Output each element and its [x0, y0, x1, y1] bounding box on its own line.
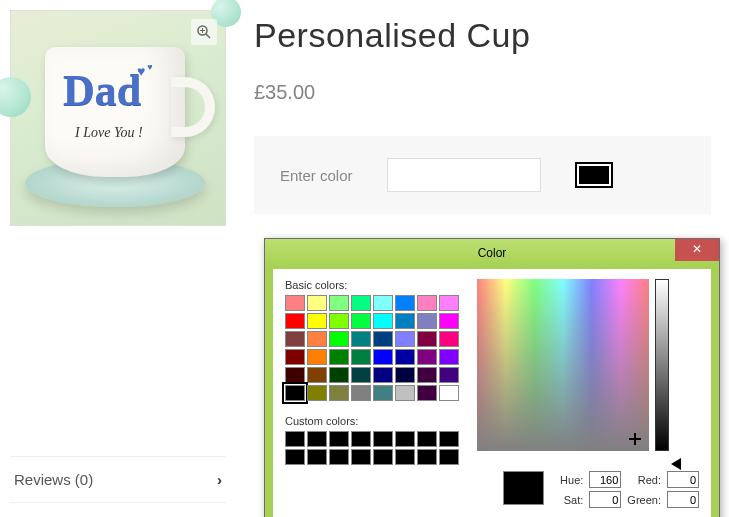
- basic-swatch[interactable]: [439, 385, 459, 401]
- basic-swatch[interactable]: [395, 349, 415, 365]
- basic-swatch[interactable]: [417, 367, 437, 383]
- luminance-arrow-icon: [671, 458, 681, 470]
- red-field[interactable]: [667, 471, 699, 488]
- luminance-slider[interactable]: [655, 279, 669, 451]
- custom-colors-label: Custom colors:: [285, 415, 459, 427]
- decor-ball: [0, 77, 31, 117]
- mug-subtext: I Love You !: [75, 125, 143, 141]
- basic-swatch[interactable]: [307, 295, 327, 311]
- custom-swatch[interactable]: [285, 431, 305, 447]
- basic-colors-grid: [285, 295, 459, 401]
- heart-icon: ♥♥: [137, 63, 151, 79]
- chevron-right-icon: ›: [217, 471, 222, 488]
- basic-swatch[interactable]: [439, 349, 459, 365]
- basic-swatch[interactable]: [329, 313, 349, 329]
- basic-swatch[interactable]: [307, 349, 327, 365]
- basic-swatch[interactable]: [329, 385, 349, 401]
- basic-swatch[interactable]: [307, 367, 327, 383]
- basic-swatch[interactable]: [285, 349, 305, 365]
- basic-colors-label: Basic colors:: [285, 279, 459, 291]
- custom-swatch[interactable]: [395, 449, 415, 465]
- custom-swatch[interactable]: [329, 431, 349, 447]
- crosshair-icon: [629, 433, 641, 445]
- basic-swatch[interactable]: [285, 367, 305, 383]
- basic-swatch[interactable]: [351, 367, 371, 383]
- basic-swatch[interactable]: [307, 313, 327, 329]
- color-input[interactable]: [387, 158, 541, 192]
- basic-swatch[interactable]: [417, 385, 437, 401]
- color-picker-button[interactable]: [575, 162, 613, 188]
- basic-swatch[interactable]: [395, 331, 415, 347]
- basic-swatch[interactable]: [395, 295, 415, 311]
- basic-swatch[interactable]: [373, 349, 393, 365]
- basic-swatch[interactable]: [329, 349, 349, 365]
- hue-sat-gradient[interactable]: [477, 279, 649, 451]
- basic-swatch[interactable]: [395, 367, 415, 383]
- custom-swatch[interactable]: [307, 449, 327, 465]
- basic-swatch[interactable]: [351, 349, 371, 365]
- basic-swatch[interactable]: [439, 367, 459, 383]
- basic-swatch[interactable]: [285, 295, 305, 311]
- custom-swatch[interactable]: [417, 449, 437, 465]
- color-field-row: Enter color: [254, 136, 711, 214]
- dialog-titlebar[interactable]: Color ✕: [265, 239, 719, 267]
- basic-swatch[interactable]: [417, 295, 437, 311]
- sat-label: Sat:: [560, 494, 583, 506]
- close-button[interactable]: ✕: [675, 239, 719, 261]
- tab-reviews[interactable]: Reviews (0) ›: [10, 456, 226, 503]
- basic-swatch[interactable]: [329, 367, 349, 383]
- dialog-title: Color: [478, 246, 507, 260]
- basic-swatch[interactable]: [417, 331, 437, 347]
- basic-swatch[interactable]: [417, 313, 437, 329]
- basic-swatch[interactable]: [285, 331, 305, 347]
- basic-swatch[interactable]: [373, 331, 393, 347]
- basic-swatch[interactable]: [307, 385, 327, 401]
- basic-swatch[interactable]: [395, 385, 415, 401]
- custom-swatch[interactable]: [395, 431, 415, 447]
- page-title: Personalised Cup: [254, 16, 711, 55]
- green-field[interactable]: [667, 491, 699, 508]
- custom-swatch[interactable]: [285, 449, 305, 465]
- basic-swatch[interactable]: [285, 313, 305, 329]
- basic-swatch[interactable]: [439, 313, 459, 329]
- basic-swatch[interactable]: [439, 331, 459, 347]
- basic-swatch[interactable]: [329, 331, 349, 347]
- custom-swatch[interactable]: [439, 431, 459, 447]
- hue-label: Hue:: [560, 474, 583, 486]
- color-dialog: Color ✕ Basic colors: Custom colors:: [264, 238, 720, 517]
- field-label: Enter color: [280, 167, 353, 184]
- hue-field[interactable]: [589, 471, 621, 488]
- custom-swatch[interactable]: [439, 449, 459, 465]
- custom-swatch[interactable]: [373, 449, 393, 465]
- custom-swatch[interactable]: [351, 449, 371, 465]
- sat-field[interactable]: [589, 491, 621, 508]
- mug: Dad ♥♥ I Love You !: [45, 47, 185, 177]
- green-label: Green:: [627, 494, 661, 506]
- basic-swatch[interactable]: [285, 385, 305, 401]
- custom-swatch[interactable]: [329, 449, 349, 465]
- basic-swatch[interactable]: [307, 331, 327, 347]
- basic-swatch[interactable]: [373, 313, 393, 329]
- zoom-icon[interactable]: [191, 19, 217, 45]
- basic-swatch[interactable]: [351, 313, 371, 329]
- basic-swatch[interactable]: [417, 349, 437, 365]
- mug-text: Dad: [63, 73, 141, 108]
- red-label: Red:: [627, 474, 661, 486]
- basic-swatch[interactable]: [373, 385, 393, 401]
- custom-colors-grid: [285, 431, 459, 465]
- basic-swatch[interactable]: [373, 367, 393, 383]
- custom-swatch[interactable]: [417, 431, 437, 447]
- svg-line-1: [206, 34, 210, 38]
- reviews-label: Reviews (0): [14, 471, 93, 488]
- custom-swatch[interactable]: [373, 431, 393, 447]
- basic-swatch[interactable]: [439, 295, 459, 311]
- basic-swatch[interactable]: [351, 385, 371, 401]
- custom-swatch[interactable]: [307, 431, 327, 447]
- basic-swatch[interactable]: [329, 295, 349, 311]
- product-image[interactable]: Dad ♥♥ I Love You !: [10, 10, 226, 226]
- basic-swatch[interactable]: [373, 295, 393, 311]
- basic-swatch[interactable]: [395, 313, 415, 329]
- basic-swatch[interactable]: [351, 295, 371, 311]
- custom-swatch[interactable]: [351, 431, 371, 447]
- basic-swatch[interactable]: [351, 331, 371, 347]
